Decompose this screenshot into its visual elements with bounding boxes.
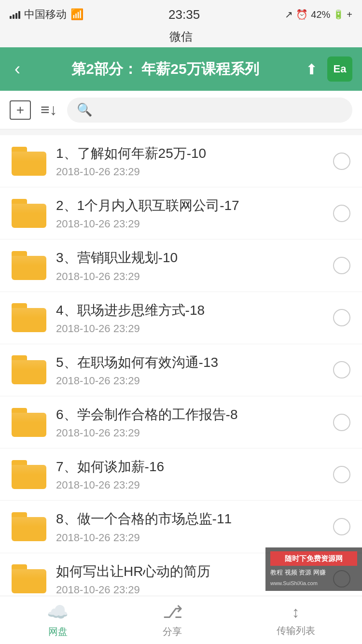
- file-info: 3、营销职业规划-10 2018-10-26 23:29: [56, 248, 328, 282]
- list-item[interactable]: 8、做一个合格的市场总监-11 2018-10-26 23:29: [0, 501, 362, 553]
- file-name: 6、学会制作合格的工作报告-8: [56, 405, 328, 424]
- file-select-circle[interactable]: [333, 153, 350, 170]
- folder-icon: [12, 460, 46, 489]
- wifi-icon: 📶: [70, 8, 84, 21]
- file-date: 2018-10-26 23:29: [56, 322, 328, 335]
- file-date: 2018-10-26 23:29: [56, 479, 328, 491]
- file-select-circle[interactable]: [333, 518, 350, 535]
- file-date: 2018-10-26 23:29: [56, 532, 328, 544]
- file-date: 2018-10-26 23:29: [56, 270, 328, 283]
- nav-bar: ‹ 第2部分： 年薪25万课程系列 ⬆ Ea: [0, 47, 362, 91]
- add-folder-button[interactable]: +: [10, 100, 31, 120]
- tab-cloud[interactable]: ☁️ 网盘: [47, 602, 69, 638]
- folder-icon: [12, 251, 46, 280]
- nav-title: 第2部分： 年薪25万课程系列: [33, 59, 298, 79]
- file-select-circle[interactable]: [333, 466, 350, 483]
- folder-icon: [12, 512, 46, 541]
- upload-button[interactable]: ⬆: [306, 61, 318, 78]
- file-info: 1、了解如何年薪25万-10 2018-10-26 23:29: [56, 144, 328, 178]
- list-item[interactable]: 3、营销职业规划-10 2018-10-26 23:29: [0, 239, 362, 292]
- folder-icon: [12, 564, 46, 593]
- nav-icons: ⬆ Ea: [306, 56, 352, 82]
- file-name: 8、做一个合格的市场总监-11: [56, 509, 328, 528]
- app-label: 微信: [0, 29, 362, 47]
- status-right: ↗ ⏰ 42% 🔋 +: [285, 9, 352, 20]
- status-time: 23:35: [168, 7, 200, 22]
- file-info: 7、如何谈加薪-16 2018-10-26 23:29: [56, 457, 328, 491]
- file-date: 2018-10-26 23:29: [56, 218, 328, 230]
- tab-transfer[interactable]: ↕ 传输列表: [277, 603, 315, 637]
- folder-icon: [12, 355, 46, 384]
- sort-button[interactable]: ≡↓: [41, 101, 57, 119]
- signal-icon: [10, 10, 20, 19]
- file-name: 3、营销职业规划-10: [56, 248, 328, 267]
- tab-cloud-label: 网盘: [48, 625, 68, 638]
- file-date: 2018-10-26 23:29: [56, 427, 328, 439]
- file-select-circle[interactable]: [333, 257, 350, 274]
- file-select-circle[interactable]: [333, 205, 350, 222]
- file-name: 7、如何谈加薪-16: [56, 457, 328, 476]
- file-info: 2、1个月内入职互联网公司-17 2018-10-26 23:29: [56, 196, 328, 230]
- file-list: 1、了解如何年薪25万-10 2018-10-26 23:29 2、1个月内入职…: [0, 135, 362, 605]
- folder-icon: [12, 147, 46, 176]
- watermark-desc: 教程 视频 资源 网赚: [270, 566, 357, 579]
- battery-label: 42%: [311, 9, 330, 20]
- file-date: 2018-10-26 23:29: [56, 166, 328, 178]
- carrier-label: 中国移动: [24, 7, 67, 22]
- share-icon: ⎇: [163, 602, 182, 622]
- alarm-icon: ⏰: [296, 9, 308, 20]
- file-select-circle[interactable]: [333, 414, 350, 431]
- file-name: 2、1个月内入职互联网公司-17: [56, 196, 328, 215]
- file-name: 1、了解如何年薪25万-10: [56, 144, 328, 163]
- toolbar: + ≡↓ 🔍: [0, 91, 362, 129]
- back-button[interactable]: ‹: [10, 59, 25, 79]
- transfer-icon: ↕: [292, 603, 300, 621]
- watermark: 随时下免费资源网 教程 视频 资源 网赚 www.SuiShiXia.com: [265, 547, 362, 591]
- list-item[interactable]: 4、职场进步思维方式-18 2018-10-26 23:29: [0, 292, 362, 344]
- folder-icon: [12, 408, 46, 437]
- bottom-bar: ☁️ 网盘 ⎇ 分享 ↕ 传输列表: [0, 596, 362, 644]
- folder-icon: [12, 199, 46, 228]
- list-item[interactable]: 2、1个月内入职互联网公司-17 2018-10-26 23:29: [0, 187, 362, 239]
- status-left: 中国移动 📶: [10, 7, 84, 22]
- tab-share-label: 分享: [163, 625, 182, 638]
- list-item[interactable]: 5、在职场如何有效沟通-13 2018-10-26 23:29: [0, 344, 362, 396]
- avatar[interactable]: Ea: [327, 56, 352, 82]
- search-icon: 🔍: [77, 102, 92, 117]
- list-item[interactable]: 7、如何谈加薪-16 2018-10-26 23:29: [0, 448, 362, 501]
- tab-transfer-label: 传输列表: [277, 624, 315, 637]
- file-info: 8、做一个合格的市场总监-11 2018-10-26 23:29: [56, 509, 328, 544]
- file-name: 5、在职场如何有效沟通-13: [56, 353, 328, 372]
- search-box: 🔍: [67, 98, 352, 123]
- folder-icon: [12, 303, 46, 332]
- list-item[interactable]: 1、了解如何年薪25万-10 2018-10-26 23:29: [0, 135, 362, 187]
- tab-share[interactable]: ⎇ 分享: [163, 602, 182, 638]
- file-name: 4、职场进步思维方式-18: [56, 301, 328, 320]
- watermark-site: 随时下免费资源网: [270, 551, 357, 566]
- file-info: 4、职场进步思维方式-18 2018-10-26 23:29: [56, 301, 328, 335]
- status-bar: 中国移动 📶 23:35 ↗ ⏰ 42% 🔋 +: [0, 0, 362, 29]
- file-info: 6、学会制作合格的工作报告-8 2018-10-26 23:29: [56, 405, 328, 439]
- file-info: 5、在职场如何有效沟通-13 2018-10-26 23:29: [56, 353, 328, 387]
- location-icon: ↗: [285, 9, 293, 20]
- battery-icon: 🔋: [333, 9, 344, 20]
- charge-icon: +: [347, 9, 352, 20]
- search-input[interactable]: [97, 103, 343, 117]
- cloud-icon: ☁️: [47, 602, 69, 622]
- list-item[interactable]: 6、学会制作合格的工作报告-8 2018-10-26 23:29: [0, 396, 362, 448]
- file-date: 2018-10-26 23:29: [56, 375, 328, 387]
- file-select-circle[interactable]: [333, 309, 350, 326]
- watermark-url: www.SuiShiXia.com: [270, 579, 357, 588]
- file-select-circle[interactable]: [333, 361, 350, 378]
